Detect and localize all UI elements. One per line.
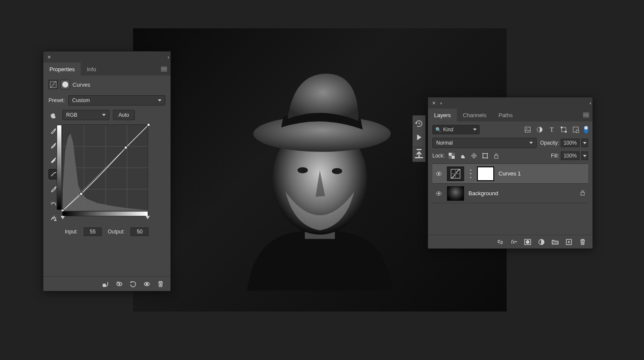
filter-smartobject-icon[interactable] [572,126,580,133]
new-group-icon[interactable] [551,238,559,246]
tab-layers[interactable]: Layers [428,109,457,121]
layer-name: Background [468,190,498,197]
lock-pixels-icon[interactable] [459,152,466,159]
auto-button[interactable]: Auto [113,110,135,120]
layer-name: Curves 1 [498,170,521,177]
svg-rect-16 [80,193,82,195]
expand-icon[interactable]: ›› [440,101,441,106]
filter-image-icon[interactable] [524,126,532,133]
curves-graph[interactable] [62,124,148,210]
lock-all-icon[interactable] [493,152,500,159]
reset-icon[interactable] [128,279,138,289]
mask-link-icon[interactable] [468,169,473,178]
portrait-placeholder [230,59,410,290]
view-previous-icon[interactable] [115,279,124,289]
add-mask-icon[interactable] [524,238,532,246]
svg-point-2 [298,167,308,173]
close-icon[interactable] [431,100,437,106]
svg-rect-36 [483,154,487,158]
svg-rect-19 [103,284,106,287]
svg-point-43 [438,173,440,175]
panel-menu-icon[interactable] [580,109,592,121]
new-layer-icon[interactable] [565,238,573,246]
fill-value[interactable]: 100% [561,151,580,160]
input-field[interactable] [84,227,102,236]
output-gradient [57,125,62,210]
docked-panel-strip [412,115,426,162]
finger-scrubber-icon[interactable] [49,110,59,120]
collapse-icon[interactable]: ‹‹ [589,101,590,106]
curves-adjustment-icon [49,80,58,89]
layer-thumbnail-image[interactable] [447,186,464,201]
svg-point-21 [119,283,120,284]
white-point-slider[interactable] [146,216,150,219]
visibility-icon[interactable] [435,190,443,197]
opacity-caret-icon[interactable] [581,139,588,147]
svg-rect-17 [125,146,127,149]
channel-dropdown[interactable]: RGB [62,110,109,120]
layer-filter-dropdown[interactable]: 🔍 Kind [432,125,480,134]
svg-point-51 [526,240,529,243]
search-icon: 🔍 [435,127,441,133]
close-icon[interactable] [46,54,52,60]
svg-rect-28 [561,127,562,128]
trash-icon[interactable] [156,279,165,289]
layer-mask-thumbnail[interactable] [477,166,494,181]
trash-icon[interactable] [579,238,586,246]
panel-menu-icon[interactable] [158,63,170,76]
opacity-label: Opacity: [540,140,559,146]
lock-label: Lock: [432,153,445,159]
black-point-slider[interactable] [61,216,65,219]
blend-mode-dropdown[interactable]: Normal [432,138,537,148]
opacity-value[interactable]: 100% [561,139,580,147]
layer-row[interactable]: Curves 1 [432,164,588,184]
input-label: Input: [65,229,78,235]
filter-type-icon[interactable]: T [548,126,556,133]
svg-point-48 [438,193,440,194]
lock-artboard-icon[interactable] [482,152,489,159]
svg-rect-33 [452,156,455,159]
svg-rect-31 [576,130,579,133]
svg-rect-29 [565,131,567,133]
preset-label: Preset: [49,97,65,103]
layer-thumbnail-curves[interactable] [447,166,464,181]
output-label: Output: [108,229,125,235]
link-layers-icon[interactable] [496,238,504,246]
layer-list: Curves 1 Background [432,163,588,203]
tab-channels[interactable]: Channels [457,109,492,121]
svg-rect-18 [147,124,150,126]
preset-dropdown[interactable]: Custom [68,95,165,106]
visibility-icon[interactable] [142,279,152,289]
svg-rect-32 [449,153,452,156]
tab-info[interactable]: Info [81,63,102,76]
mask-icon[interactable] [61,80,70,89]
history-icon[interactable] [415,120,423,127]
new-adjustment-icon[interactable] [538,238,545,246]
svg-rect-24 [525,127,530,132]
svg-rect-49 [581,192,584,195]
clip-to-layer-icon[interactable] [101,279,110,289]
properties-panel: ‹‹ Properties Info Curves Preset: Custom… [43,51,171,291]
lock-icon[interactable] [580,190,586,197]
lock-transparency-icon[interactable] [448,152,455,159]
clip-warning-icon[interactable] [49,213,59,223]
filter-shape-icon[interactable] [560,126,568,133]
adjustment-title: Curves [73,82,90,88]
layers-panel: ›› ‹‹ Layers Channels Paths 🔍 Kind T Nor… [428,97,593,249]
filter-toggle[interactable] [584,126,588,133]
collapse-icon[interactable]: ‹‹ [167,55,168,60]
fx-icon[interactable]: fx▾ [510,238,518,246]
tab-paths[interactable]: Paths [492,109,519,121]
output-field[interactable] [131,227,149,236]
fill-caret-icon[interactable] [581,151,588,160]
tab-properties[interactable]: Properties [43,63,81,76]
svg-rect-34 [452,153,455,156]
lock-position-icon[interactable] [471,152,477,159]
visibility-icon[interactable] [435,170,443,178]
input-gradient[interactable] [62,211,148,216]
clone-source-icon[interactable] [413,147,425,155]
play-icon[interactable] [415,133,423,141]
fill-label: Fill: [551,153,559,159]
filter-adjustment-icon[interactable] [536,126,544,133]
layer-row[interactable]: Background [432,184,588,203]
